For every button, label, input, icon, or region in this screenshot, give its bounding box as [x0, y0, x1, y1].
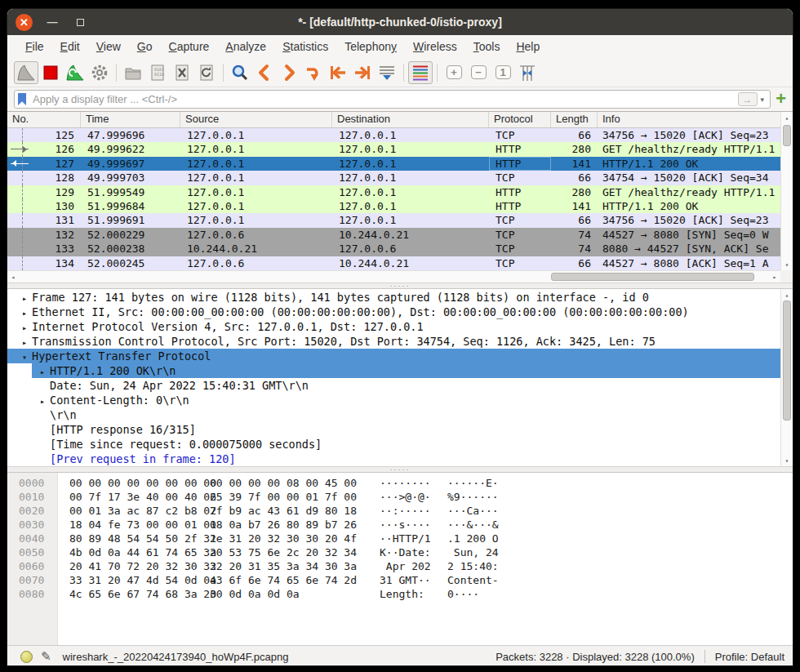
add-filter-button-icon[interactable]: + — [771, 90, 788, 109]
menu-wireless[interactable]: Wireless — [405, 38, 465, 56]
filter-dropdown-icon[interactable]: ▾ — [758, 96, 768, 104]
packet-row-133[interactable]: 13352.00023810.244.0.21127.0.0.6TCP74808… — [7, 242, 780, 256]
hex-row-0050[interactable]: 00504b 0d 0a 44 61 74 65 3a20 53 75 6e 2… — [7, 545, 793, 559]
bookmark-icon[interactable] — [18, 93, 26, 105]
menu-statistics[interactable]: Statistics — [274, 38, 336, 56]
menu-file[interactable]: File — [17, 38, 52, 56]
expert-info-icon[interactable] — [20, 651, 33, 663]
start-capture-icon[interactable] — [14, 61, 38, 84]
detail-row-8[interactable]: \r\n — [7, 407, 780, 422]
packet-row-132[interactable]: 13252.000229127.0.0.610.244.0.21TCP74445… — [7, 228, 780, 242]
save-file-icon[interactable]: 01010110 — [145, 61, 170, 84]
packet-row-129[interactable]: 12951.999549127.0.0.1127.0.0.1HTTP280GET… — [7, 185, 780, 199]
detail-row-4[interactable]: ▾Hypertext Transfer Protocol — [7, 349, 780, 363]
scroll-up-icon[interactable]: ▴ — [781, 289, 793, 300]
packet-row-131[interactable]: 13151.999691127.0.0.1127.0.0.1TCP6634756… — [7, 213, 780, 227]
packet-bytes-pane[interactable]: 000000 00 00 00 00 00 00 0000 00 00 00 0… — [7, 473, 793, 645]
hex-row-0030[interactable]: 003018 04 fe 73 00 00 01 0108 0a b7 26 8… — [7, 518, 793, 532]
scroll-left-icon[interactable]: ◂ — [7, 274, 19, 281]
menu-edit[interactable]: Edit — [52, 38, 88, 56]
packet-row-126[interactable]: 12649.999622127.0.0.1127.0.0.1HTTP280GET… — [7, 142, 780, 156]
expand-icon[interactable]: ▸ — [22, 306, 32, 320]
detail-row-7[interactable]: ▸Content-Length: 0\r\n — [7, 393, 780, 407]
column-header-no[interactable]: No. — [7, 112, 81, 127]
hex-row-0010[interactable]: 001000 7f 17 3e 40 00 40 0625 39 7f 00 0… — [7, 490, 793, 504]
zoom-out-icon[interactable]: − — [466, 61, 491, 84]
menu-view[interactable]: View — [88, 38, 129, 56]
close-file-icon[interactable] — [170, 61, 194, 84]
menu-telephony[interactable]: Telephony — [336, 38, 405, 56]
resize-columns-icon[interactable] — [515, 61, 540, 84]
minimize-icon[interactable]: — — [44, 14, 60, 30]
stop-capture-icon[interactable] — [38, 61, 63, 84]
profile-label[interactable]: Profile: Default — [715, 651, 784, 663]
previous-packet-icon[interactable] — [252, 61, 277, 84]
column-header-time[interactable]: Time — [81, 112, 180, 127]
packet-row-128[interactable]: 12849.999703127.0.0.1127.0.0.1TCP6634754… — [7, 171, 780, 185]
scroll-down-icon[interactable]: ▾ — [781, 455, 793, 466]
pane-splitter-top[interactable]: ····· — [7, 283, 793, 289]
detail-row-3[interactable]: ▸Transmission Control Protocol, Src Port… — [7, 334, 780, 349]
find-packet-icon[interactable] — [228, 61, 252, 84]
menu-help[interactable]: Help — [508, 38, 548, 56]
next-packet-icon[interactable] — [277, 61, 301, 84]
scroll-up-icon[interactable]: ▴ — [781, 112, 793, 123]
scroll-right-icon[interactable]: ▸ — [769, 274, 780, 281]
open-file-icon[interactable] — [121, 61, 145, 84]
first-packet-icon[interactable] — [326, 61, 350, 84]
expand-icon[interactable]: ▸ — [22, 321, 32, 335]
expand-icon[interactable]: ▸ — [40, 394, 50, 408]
go-to-packet-icon[interactable] — [301, 61, 326, 84]
display-filter-input[interactable] — [31, 92, 738, 106]
capture-comment-icon[interactable]: ✎ — [41, 649, 51, 664]
restart-capture-icon[interactable] — [63, 61, 87, 84]
packet-row-127[interactable]: 12749.999697127.0.0.1127.0.0.1HTTP141HTT… — [7, 157, 780, 171]
column-header-length[interactable]: Length — [551, 112, 598, 127]
detail-row-11[interactable]: [Prev request in frame: 120] — [7, 452, 780, 466]
packet-row-125[interactable]: 12547.999696127.0.0.1127.0.0.1TCP6634756… — [7, 128, 780, 142]
detail-row-6[interactable]: Date: Sun, 24 Apr 2022 15:40:31 GMT\r\n — [7, 378, 780, 393]
expand-icon[interactable]: ▸ — [40, 365, 50, 379]
detail-vscrollbar[interactable]: ▴ ▾ — [780, 289, 793, 466]
colorize-icon[interactable] — [408, 61, 433, 84]
reload-file-icon[interactable] — [194, 61, 219, 84]
column-header-source[interactable]: Source — [180, 112, 332, 127]
display-filter-field[interactable]: → ▾ — [14, 90, 771, 109]
detail-row-1[interactable]: ▸Ethernet II, Src: 00:00:00_00:00:00 (00… — [7, 305, 780, 319]
expand-icon[interactable]: ▸ — [22, 336, 32, 349]
scroll-down-icon[interactable]: ▾ — [781, 259, 793, 270]
hex-row-0000[interactable]: 000000 00 00 00 00 00 00 0000 00 00 00 0… — [7, 476, 793, 490]
hex-row-0060[interactable]: 006020 41 70 72 20 32 30 3232 20 31 35 3… — [7, 559, 793, 573]
column-header-destination[interactable]: Destination — [332, 112, 489, 127]
hex-row-0040[interactable]: 004080 89 48 54 54 50 2f 312e 31 20 32 3… — [7, 532, 793, 545]
hex-row-0020[interactable]: 002000 01 3a ac 87 c2 b8 027f b9 ac 43 6… — [7, 504, 793, 518]
last-packet-icon[interactable] — [350, 61, 375, 84]
zoom-in-icon[interactable]: + — [442, 61, 466, 84]
column-header-protocol[interactable]: Protocol — [489, 112, 551, 127]
pane-splitter-bottom[interactable]: ····· — [7, 466, 793, 473]
capture-options-icon[interactable] — [87, 61, 112, 84]
column-header-info[interactable]: Info — [598, 112, 780, 127]
menu-go[interactable]: Go — [129, 38, 161, 56]
hex-row-0080[interactable]: 00804c 65 6e 67 74 68 3a 2030 0d 0a 0d 0… — [7, 587, 793, 601]
detail-row-2[interactable]: ▸Internet Protocol Version 4, Src: 127.0… — [7, 319, 780, 334]
auto-scroll-icon[interactable] — [375, 61, 399, 84]
close-icon[interactable]: ✕ — [16, 14, 33, 31]
detail-row-0[interactable]: ▸Frame 127: 141 bytes on wire (1128 bits… — [7, 290, 780, 305]
menu-tools[interactable]: Tools — [465, 38, 509, 56]
detail-row-5[interactable]: ▸HTTP/1.1 200 OK\r\n — [7, 363, 780, 378]
maximize-icon[interactable] — [72, 14, 88, 30]
zoom-original-icon[interactable]: 1 — [491, 61, 515, 84]
packet-row-134[interactable]: 13452.000245127.0.0.610.244.0.21TCP66445… — [7, 256, 780, 270]
collapse-icon[interactable]: ▾ — [22, 350, 32, 364]
packet-row-130[interactable]: 13051.999684127.0.0.1127.0.0.1HTTP141HTT… — [7, 199, 780, 213]
menu-analyze[interactable]: Analyze — [217, 38, 274, 56]
packet-list-hscrollbar[interactable]: ◂ ▸ — [7, 270, 780, 283]
packet-list-vscrollbar[interactable]: ▴ ▾ — [780, 112, 793, 270]
detail-row-9[interactable]: [HTTP response 16/315] — [7, 422, 780, 437]
detail-row-10[interactable]: [Time since request: 0.000075000 seconds… — [7, 437, 780, 452]
menu-capture[interactable]: Capture — [161, 38, 218, 56]
hex-row-0070[interactable]: 007033 31 20 47 4d 54 0d 0a43 6f 6e 74 6… — [7, 573, 793, 587]
apply-filter-icon[interactable]: → — [738, 92, 758, 106]
expand-icon[interactable]: ▸ — [22, 291, 32, 305]
